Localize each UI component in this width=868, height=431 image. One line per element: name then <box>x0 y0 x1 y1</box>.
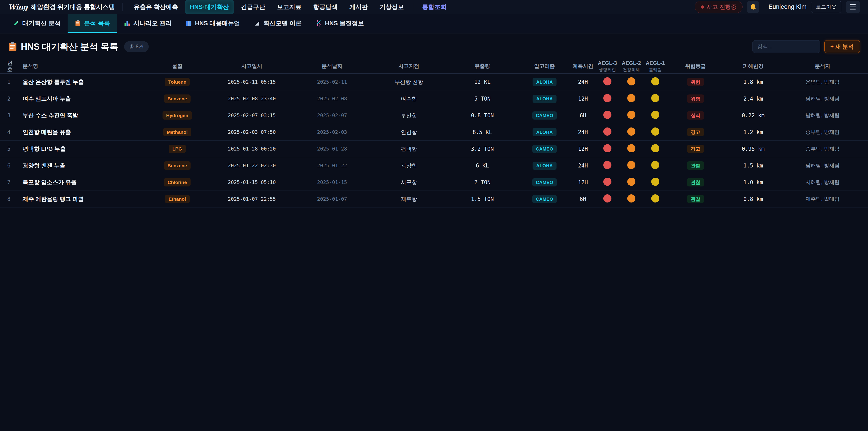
menu-button[interactable] <box>846 1 860 13</box>
table-row[interactable]: 2여수 엠프시아 누출Benzene2025-02-08 23:402025-0… <box>0 90 868 107</box>
aegl1-cell <box>643 77 667 87</box>
nav-item-기상정보[interactable]: 기상정보 <box>375 0 409 14</box>
amount-cell: 12 KL <box>446 79 519 85</box>
hamburger-icon <box>850 4 856 9</box>
algorithm-cell: ALOHA <box>519 78 570 86</box>
substance-badge: Benzene <box>164 161 191 170</box>
analysis_date-cell: 2025-01-22 <box>292 163 372 168</box>
aegl2-indicator-icon <box>627 194 636 203</box>
aegl3-indicator-icon <box>603 161 612 169</box>
incident_at-cell: 2025-02-08 23:40 <box>211 96 292 101</box>
analyst-cell: 중부팀, 방재팀 <box>782 145 863 152</box>
risk-badge: 관찰 <box>687 195 704 203</box>
substance-badge: Ethanol <box>165 195 190 203</box>
tab-대기확산 분석[interactable]: 대기확산 분석 <box>6 14 68 33</box>
nav-item-항공탐색[interactable]: 항공탐색 <box>308 0 343 14</box>
analyst-cell: 남해팀, 방재팀 <box>782 162 863 169</box>
column-header-risk: 위험등급 <box>667 63 724 69</box>
aegl3-cell <box>595 111 619 120</box>
aegl2-cell <box>619 94 643 103</box>
nav-item-보고자료[interactable]: 보고자료 <box>272 0 307 14</box>
amount-cell: 0.8 TON <box>446 112 519 119</box>
aegl1-cell <box>643 94 667 103</box>
table-row[interactable]: 7목포항 염소스가 유출Chlorine2025-01-15 05:102025… <box>0 174 868 191</box>
forecast-cell: 6H <box>570 112 595 119</box>
analysis-table: 번호분석명물질사고일시분석날짜사고지점유출량알고리즘예측시간AEGL-3생명위협… <box>0 59 868 208</box>
nav-item-유출유 확산예측[interactable]: 유출유 확산예측 <box>129 0 183 14</box>
table-row[interactable]: 5평택항 LPG 누출LPG2025-01-28 00:202025-01-28… <box>0 141 868 157</box>
incident_at-cell: 2025-01-15 05:10 <box>211 180 292 185</box>
incident_at-cell: 2025-01-22 02:30 <box>211 163 292 168</box>
search-input[interactable] <box>752 40 820 53</box>
no-cell: 5 <box>5 146 17 152</box>
aegl1-indicator-icon <box>651 194 659 203</box>
incident_at-cell: 2025-02-11 05:15 <box>211 79 292 85</box>
table-row[interactable]: 3부산 수소 추진연 폭발Hydrogen2025-02-07 03:15202… <box>0 107 868 124</box>
algorithm-cell: CAMEO <box>519 112 570 120</box>
aegl2-cell <box>619 144 643 154</box>
tab-분석 목록[interactable]: 분석 목록 <box>68 14 117 33</box>
aegl1-cell <box>643 178 667 187</box>
algorithm-badge: CAMEO <box>532 145 557 153</box>
algorithm-cell: CAMEO <box>519 145 570 153</box>
table-row[interactable]: 4인천항 메탄올 유출Methanol2025-02-03 07:502025-… <box>0 124 868 141</box>
radius-cell: 1.8 km <box>724 79 782 85</box>
chart-icon <box>124 20 130 27</box>
analysis_date-cell: 2025-01-07 <box>292 196 372 202</box>
no-cell: 6 <box>5 162 17 169</box>
analyst-cell: 제주팀, 일대팀 <box>782 195 863 203</box>
aegl3-indicator-icon <box>603 94 612 102</box>
analyst-cell: 운영팀, 방재팀 <box>782 79 863 86</box>
radius-cell: 0.22 km <box>724 112 782 119</box>
aegl2-cell <box>619 161 643 171</box>
algorithm-badge: CAMEO <box>532 112 557 120</box>
aegl3-cell <box>595 94 619 103</box>
algorithm-badge: ALOHA <box>532 95 557 103</box>
logout-button[interactable]: 로그아웃 <box>811 1 841 13</box>
aegl1-cell <box>643 127 667 137</box>
risk-badge: 경고 <box>687 128 704 136</box>
algorithm-badge: CAMEO <box>532 195 557 203</box>
forecast-cell: 24H <box>570 129 595 135</box>
ruler-icon <box>254 20 260 27</box>
aegl2-cell <box>619 178 643 187</box>
name-cell: 여수 엠프시아 누출 <box>17 95 143 102</box>
tab-HNS 대응매뉴얼[interactable]: HNS 대응매뉴얼 <box>179 14 247 33</box>
substance-badge: Hydrogen <box>162 111 192 120</box>
column-header-radius: 피해반경 <box>724 63 782 69</box>
notifications-button[interactable] <box>747 1 759 13</box>
analyst-cell: 서해팀, 방재팀 <box>782 179 863 186</box>
nav-item-HNS·대기확산[interactable]: HNS·대기확산 <box>185 0 234 14</box>
amount-cell: 1.5 TON <box>446 196 519 202</box>
name-cell: 제주 에탄올링 탱크 파열 <box>17 195 143 203</box>
radius-cell: 1.2 km <box>724 129 782 135</box>
table-row[interactable]: 6광양항 벤젠 누출Benzene2025-01-22 02:302025-01… <box>0 157 868 174</box>
nav-item-통합조회[interactable]: 통합조회 <box>417 0 452 14</box>
table-row[interactable]: 8제주 에탄올링 탱크 파열Ethanol2025-01-07 22:55202… <box>0 191 868 208</box>
substance-cell: Benzene <box>143 94 211 103</box>
user-name: Eunjeong Kim <box>769 3 807 10</box>
aegl1-indicator-icon <box>651 111 659 119</box>
column-header-no: 번호 <box>5 60 17 73</box>
column-subheader: 건강피해 <box>619 67 643 72</box>
new-analysis-button[interactable]: + 새 분석 <box>825 40 860 53</box>
location-cell: 평택항 <box>372 145 446 153</box>
name-cell: 광양항 벤젠 누출 <box>17 162 143 169</box>
risk-badge: 관찰 <box>687 178 704 186</box>
tab-label: 시나리오 관리 <box>133 19 172 27</box>
aegl1-cell <box>643 111 667 120</box>
bell-icon <box>750 3 756 11</box>
forecast-cell: 24H <box>570 79 595 85</box>
aegl2-indicator-icon <box>627 111 636 119</box>
nav-item-긴급구난[interactable]: 긴급구난 <box>236 0 270 14</box>
table-row[interactable]: 1울산 온산항 톨루엔 누출Toluene2025-02-11 05:15202… <box>0 74 868 90</box>
column-header-analyst: 분석자 <box>782 63 863 69</box>
risk-cell: 관찰 <box>667 195 724 203</box>
app-title: 해양환경 위기대응 통합시스템 <box>31 3 115 11</box>
tab-HNS 물질정보[interactable]: HNS 물질정보 <box>309 14 371 33</box>
nav-item-게시판[interactable]: 게시판 <box>344 0 373 14</box>
substance-badge: Benzene <box>164 94 191 103</box>
top-nav: Wing 해양환경 위기대응 통합시스템 유출유 확산예측HNS·대기확산긴급구… <box>0 0 868 14</box>
tab-확산모델 이론[interactable]: 확산모델 이론 <box>247 14 309 33</box>
tab-시나리오 관리[interactable]: 시나리오 관리 <box>117 14 179 33</box>
